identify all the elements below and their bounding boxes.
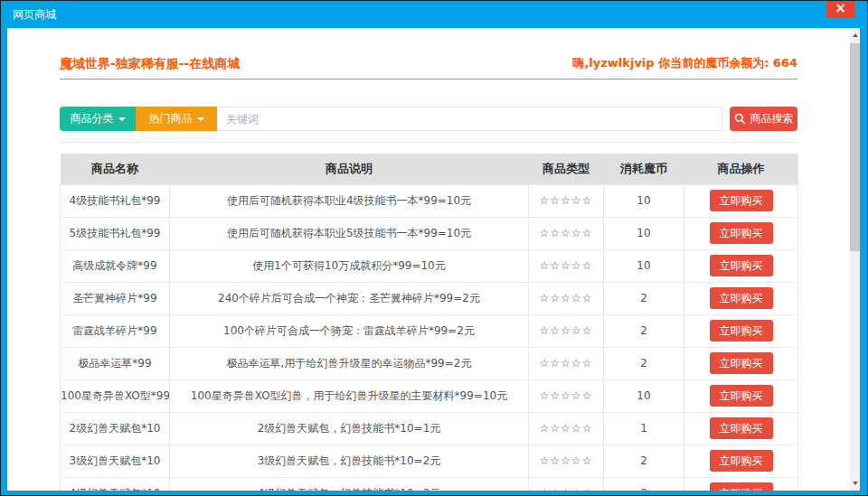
hot-products-dropdown-label: 热门商品 [149, 111, 193, 126]
product-type-stars: ☆☆☆☆☆ [529, 314, 604, 347]
product-type-stars: ☆☆☆☆☆ [529, 184, 604, 217]
buy-now-button[interactable]: 立即购买 [710, 482, 773, 491]
table-row: 雷霆战羊碎片*99 100个碎片可合成一个骑宠：雷霆战羊碎片*99=2元 ☆☆☆… [61, 314, 798, 347]
col-header-action: 商品操作 [684, 154, 798, 184]
product-cost: 2 [604, 282, 684, 314]
user-balance-text: 嗨,lyzwlkjvip 你当前的魔币余额为: 664 [572, 55, 797, 71]
table-row: 圣芒翼神碎片*99 240个碎片后可合成一个神宠：圣芒翼神碎片*99=2元 ☆☆… [61, 282, 798, 314]
window-titlebar[interactable]: 网页商城 × [1, 1, 867, 28]
col-header-cost: 消耗魔币 [604, 154, 684, 184]
product-name: 3级幻兽天赋包*10 [61, 445, 170, 477]
product-table: 商品名称 商品说明 商品类型 消耗魔币 商品操作 4级技能书礼包*99 使用后可… [60, 154, 798, 491]
shop-page: 魔域世界-独家稀有服--在线商城 嗨,lyzwlkjvip 你当前的魔币余额为:… [60, 28, 797, 491]
table-row: 4级技能书礼包*99 使用后可随机获得本职业4级技能书一本*99=10元 ☆☆☆… [61, 184, 798, 217]
page-title: 魔域世界-独家稀有服--在线商城 [60, 55, 240, 71]
col-header-name: 商品名称 [61, 154, 170, 184]
product-desc: 100个碎片可合成一个骑宠：雷霆战羊碎片*99=2元 [170, 314, 529, 347]
table-row: 高级成就令牌*99 使用1个可获得10万成就积分*99=10元 ☆☆☆☆☆ 10… [61, 249, 798, 282]
arrow-up-icon [853, 33, 858, 37]
product-name: 5级技能书礼包*99 [61, 217, 170, 249]
chevron-down-icon [197, 117, 204, 121]
product-name: 4级技能书礼包*99 [61, 184, 170, 217]
buy-now-button[interactable]: 立即购买 [710, 320, 773, 342]
product-name: 100星奇异兽XO型*99 [61, 379, 170, 412]
product-desc: 极品幸运草,用于给幻兽升级星的幸运物品*99=2元 [170, 347, 529, 379]
product-desc: 4级幻兽天赋包，幻兽技能书*10=3元 [170, 477, 529, 491]
product-cost: 2 [604, 314, 684, 347]
divider [60, 142, 797, 143]
product-desc: 使用1个可获得10万成就积分*99=10元 [170, 249, 529, 282]
buy-now-button[interactable]: 立即购买 [710, 222, 773, 244]
buy-now-button[interactable]: 立即购买 [710, 385, 773, 407]
product-cost: 10 [604, 184, 684, 217]
product-type-stars: ☆☆☆☆☆ [529, 282, 604, 314]
close-icon: × [835, 2, 846, 15]
chevron-down-icon [118, 117, 126, 121]
close-button[interactable]: × [826, 1, 854, 18]
product-cost: 2 [604, 445, 684, 477]
scrollbar-thumb[interactable] [850, 43, 860, 251]
table-row: 4级幻兽天赋包*10 4级幻兽天赋包，幻兽技能书*10=3元 ☆☆☆☆☆ 3 立… [61, 477, 798, 491]
product-table-body: 4级技能书礼包*99 使用后可随机获得本职业4级技能书一本*99=10元 ☆☆☆… [61, 184, 798, 491]
product-type-stars: ☆☆☆☆☆ [529, 217, 604, 249]
product-name: 高级成就令牌*99 [61, 249, 170, 282]
product-type-stars: ☆☆☆☆☆ [529, 445, 604, 477]
table-row: 5级技能书礼包*99 使用后可随机获得本职业5级技能书一本*99=10元 ☆☆☆… [61, 217, 798, 249]
buy-now-button[interactable]: 立即购买 [710, 417, 773, 439]
product-cost: 10 [604, 249, 684, 282]
window-title: 网页商城 [13, 7, 56, 23]
table-row: 3级幻兽天赋包*10 3级幻兽天赋包，幻兽技能书*10=2元 ☆☆☆☆☆ 2 立… [61, 445, 798, 477]
product-cost: 10 [604, 217, 684, 249]
table-row: 100星奇异兽XO型*99 100星奇异兽XO型幻兽，用于给幻兽升级星的主要材料… [61, 379, 798, 412]
vertical-scrollbar[interactable] [850, 28, 860, 491]
product-cost: 10 [604, 379, 684, 412]
keyword-search-input[interactable] [217, 107, 722, 131]
product-cost: 3 [604, 477, 684, 491]
buy-now-button[interactable]: 立即购买 [710, 352, 773, 374]
buy-now-button[interactable]: 立即购买 [710, 190, 773, 211]
product-desc: 240个碎片后可合成一个神宠：圣芒翼神碎片*99=2元 [170, 282, 529, 314]
arrow-down-icon [853, 482, 858, 485]
page-content: 魔域世界-独家稀有服--在线商城 嗨,lyzwlkjvip 你当前的魔币余额为:… [7, 28, 860, 491]
category-dropdown-button[interactable]: 商品分类 [60, 107, 136, 131]
col-header-desc: 商品说明 [170, 154, 529, 184]
shop-header: 魔域世界-独家稀有服--在线商城 嗨,lyzwlkjvip 你当前的魔币余额为:… [60, 28, 797, 80]
product-cost: 1 [604, 412, 684, 445]
hot-products-dropdown-button[interactable]: 热门商品 [136, 107, 217, 131]
buy-now-button[interactable]: 立即购买 [710, 287, 773, 309]
product-name: 2级幻兽天赋包*10 [61, 412, 170, 445]
scrollbar-down-button[interactable] [850, 476, 860, 491]
col-header-type: 商品类型 [529, 154, 604, 184]
product-type-stars: ☆☆☆☆☆ [529, 477, 604, 491]
search-bar: 商品分类 热门商品 商品搜索 [60, 107, 797, 131]
category-dropdown-label: 商品分类 [71, 111, 114, 126]
product-name: 4级幻兽天赋包*10 [61, 477, 170, 491]
product-desc: 使用后可随机获得本职业5级技能书一本*99=10元 [170, 217, 529, 249]
product-desc: 3级幻兽天赋包，幻兽技能书*10=2元 [170, 445, 529, 477]
product-type-stars: ☆☆☆☆☆ [529, 347, 604, 379]
product-desc: 使用后可随机获得本职业4级技能书一本*99=10元 [170, 184, 529, 217]
search-icon [734, 113, 746, 125]
product-name: 雷霆战羊碎片*99 [61, 314, 170, 347]
buy-now-button[interactable]: 立即购买 [710, 450, 773, 472]
table-row: 2级幻兽天赋包*10 2级幻兽天赋包，幻兽技能书*10=1元 ☆☆☆☆☆ 1 立… [61, 412, 798, 445]
product-type-stars: ☆☆☆☆☆ [529, 412, 604, 445]
product-type-stars: ☆☆☆☆☆ [529, 379, 604, 412]
product-name: 极品幸运草*99 [61, 347, 170, 379]
product-cost: 2 [604, 347, 684, 379]
product-desc: 2级幻兽天赋包，幻兽技能书*10=1元 [170, 412, 529, 445]
table-row: 极品幸运草*99 极品幸运草,用于给幻兽升级星的幸运物品*99=2元 ☆☆☆☆☆… [61, 347, 798, 379]
scrollbar-up-button[interactable] [850, 28, 860, 42]
buy-now-button[interactable]: 立即购买 [710, 255, 773, 276]
search-button[interactable]: 商品搜索 [730, 107, 797, 131]
app-window: 网页商城 × 魔域世界-独家稀有服--在线商城 嗨,lyzwlkjvip 你当前… [0, 0, 868, 496]
product-type-stars: ☆☆☆☆☆ [529, 249, 604, 282]
product-table-head: 商品名称 商品说明 商品类型 消耗魔币 商品操作 [61, 154, 798, 184]
product-name: 圣芒翼神碎片*99 [61, 282, 170, 314]
product-desc: 100星奇异兽XO型幻兽，用于给幻兽升级星的主要材料*99=10元 [170, 379, 529, 412]
search-button-label: 商品搜索 [750, 111, 794, 126]
